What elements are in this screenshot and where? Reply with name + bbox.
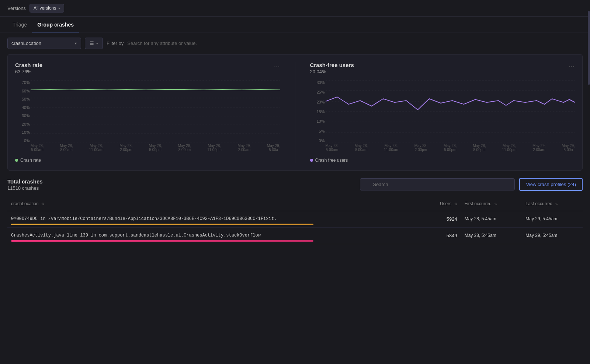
tabs-bar: Triage Group crashes <box>0 17 590 32</box>
chart-divider <box>295 62 295 163</box>
total-crashes-info: Total crashes 11518 crashes <box>7 178 43 191</box>
last-occurred-cell: May 29, 5:45am <box>522 228 583 244</box>
sort-icon: ⇅ <box>494 202 497 206</box>
crash-bar-orange <box>11 224 313 225</box>
crash-rate-more-button[interactable]: ... <box>274 62 280 69</box>
bottom-header: Total crashes 11518 crashes 🔍 View crash… <box>7 178 583 191</box>
col-crash-location-label: crashLocation <box>11 201 39 206</box>
location-select-wrapper: crashLocation <box>7 38 81 49</box>
crash-rate-legend-dot <box>15 159 18 162</box>
crash-rate-y-labels: 0% 10% 20% 30% 40% 50% 60% 70% <box>15 80 30 143</box>
last-occurred-cell: May 29, 5:45am <box>522 211 583 228</box>
chevron-down-icon: ▾ <box>96 42 98 45</box>
crash-free-chart: 0% 5% 10% 15% 20% 25% 30% <box>310 80 575 154</box>
scrollbar-track[interactable] <box>588 0 590 364</box>
crash-location-cell: CrashesActivity.java line 139 in com.sup… <box>7 228 423 244</box>
last-occurred-date: May 29, 5:45am <box>525 233 579 238</box>
table-row[interactable]: CrashesActivity.java line 139 in com.sup… <box>7 228 583 244</box>
col-users[interactable]: Users ⇅ <box>423 197 461 211</box>
crash-free-y-labels: 0% 5% 10% 15% 20% 25% 30% <box>310 80 325 143</box>
users-cell: 5924 <box>423 211 461 228</box>
total-crashes-count: 11518 crashes <box>7 185 43 191</box>
tab-group-crashes[interactable]: Group crashes <box>32 17 79 32</box>
crash-location-text: CrashesActivity.java line 139 in com.sup… <box>11 233 420 238</box>
crash-free-legend-label: Crash free users <box>315 158 348 163</box>
table-header: crashLocation ⇅ Users ⇅ First occurred ⇅… <box>7 197 583 211</box>
crash-rate-svg <box>31 80 280 143</box>
crash-rate-chart: 0% 10% 20% 30% 40% 50% 60% 70% <box>15 80 280 154</box>
crash-table: crashLocation ⇅ Users ⇅ First occurred ⇅… <box>7 197 583 244</box>
crash-bar-pink <box>11 240 313 242</box>
crash-free-svg-wrapper <box>326 80 575 143</box>
users-count: 5849 <box>427 233 457 238</box>
filter-search-hint: Search for any attribute or value. <box>127 41 197 46</box>
tab-triage[interactable]: Triage <box>7 17 32 32</box>
table-row[interactable]: 0×000749DC in /var/mobile/Containers/Bun… <box>7 211 583 228</box>
crash-rate-legend: Crash rate <box>15 158 280 163</box>
location-select[interactable]: crashLocation <box>7 38 81 49</box>
col-first-occurred-label: First occurred <box>465 201 492 206</box>
chevron-down-icon: ▾ <box>58 6 60 10</box>
col-last-occurred[interactable]: Last occurred ⇅ <box>522 197 583 211</box>
sort-icon: ⇅ <box>555 202 558 206</box>
col-last-occurred-label: Last occurred <box>525 201 552 206</box>
search-input[interactable] <box>360 178 515 190</box>
crash-free-panel: ... Crash-free users 20.04% 0% 5% 10% 15… <box>310 62 575 163</box>
crash-location-text: 0×000749DC in /var/mobile/Containers/Bun… <box>11 216 420 221</box>
top-bar: Versions All versions ▾ <box>0 0 590 17</box>
first-occurred-cell: May 28, 5:45am <box>461 211 522 228</box>
scrollbar-thumb[interactable] <box>588 11 590 85</box>
table-header-row: crashLocation ⇅ Users ⇅ First occurred ⇅… <box>7 197 583 211</box>
crash-free-svg <box>326 80 575 143</box>
table-body: 0×000749DC in /var/mobile/Containers/Bun… <box>7 211 583 244</box>
crash-rate-legend-label: Crash rate <box>20 158 41 163</box>
search-wrapper: 🔍 <box>360 178 515 190</box>
users-count: 5924 <box>427 216 457 222</box>
crash-free-line <box>326 97 575 110</box>
filter-sort-button[interactable]: ☰ ▾ <box>85 38 103 49</box>
crash-free-legend: Crash free users <box>310 158 575 163</box>
crash-location-cell: 0×000749DC in /var/mobile/Containers/Bun… <box>7 211 423 228</box>
versions-label: Versions <box>7 6 26 11</box>
crash-rate-value: 63.76% <box>15 69 280 74</box>
versions-dropdown[interactable]: All versions ▾ <box>30 4 64 13</box>
filter-icon: ☰ <box>90 41 94 46</box>
view-crash-profiles-button[interactable]: View crash profiles (24) <box>519 178 583 191</box>
crash-free-title: Crash-free users <box>310 62 575 68</box>
users-cell: 5849 <box>423 228 461 244</box>
versions-value: All versions <box>34 6 56 11</box>
crash-free-legend-dot <box>310 159 313 162</box>
col-first-occurred[interactable]: First occurred ⇅ <box>461 197 522 211</box>
first-occurred-date: May 28, 5:45am <box>465 233 518 238</box>
filter-by-label: Filter by <box>107 41 124 46</box>
crash-free-x-labels: May 28,5:00am May 28,8:00am May 28,11:00… <box>326 144 575 154</box>
crash-rate-svg-wrapper <box>31 80 280 143</box>
crash-rate-title: Crash rate <box>15 62 280 68</box>
last-occurred-date: May 29, 5:45am <box>525 216 579 221</box>
crash-free-value: 20.04% <box>310 69 575 74</box>
bottom-section: Total crashes 11518 crashes 🔍 View crash… <box>7 178 583 244</box>
crash-rate-panel: ... Crash rate 63.76% 0% 10% 20% 30% 40%… <box>15 62 280 163</box>
col-crash-location[interactable]: crashLocation ⇅ <box>7 197 423 211</box>
first-occurred-date: May 28, 5:45am <box>465 216 518 221</box>
col-users-label: Users <box>440 201 451 206</box>
filter-bar: crashLocation ☰ ▾ Filter by Search for a… <box>0 32 590 54</box>
first-occurred-cell: May 28, 5:45am <box>461 228 522 244</box>
crash-rate-x-labels: May 28,5:00am May 28,8:00am May 28,11:00… <box>31 144 280 154</box>
total-crashes-label: Total crashes <box>7 178 43 185</box>
crash-free-more-button[interactable]: ... <box>569 62 575 69</box>
bottom-controls: 🔍 View crash profiles (24) <box>360 178 583 191</box>
sort-icon: ⇅ <box>454 202 457 206</box>
sort-icon: ⇅ <box>41 202 44 206</box>
charts-area: ... Crash rate 63.76% 0% 10% 20% 30% 40%… <box>7 54 583 171</box>
crash-rate-line <box>31 90 280 90</box>
